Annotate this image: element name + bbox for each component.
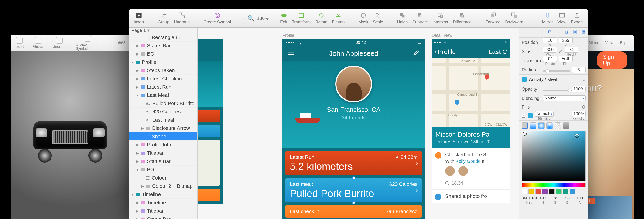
position-x-input[interactable]: 10 xyxy=(543,38,557,44)
layer-row[interactable]: Colour xyxy=(128,174,197,182)
chevron-down-icon[interactable]: ▼ xyxy=(131,193,134,196)
ungroup-button[interactable]: Ungroup xyxy=(52,37,66,49)
layer-row[interactable]: ▼BG xyxy=(128,166,197,174)
union-button[interactable]: Union xyxy=(397,12,408,24)
flip-buttons[interactable]: ⇋⇵ xyxy=(559,56,572,62)
mirror-button[interactable]: Mirror xyxy=(589,41,598,45)
layer-row[interactable]: Rectangle 88 xyxy=(128,33,197,42)
rotate-button[interactable]: Rotate xyxy=(315,12,327,24)
hue-slider[interactable] xyxy=(522,183,586,187)
layer-row[interactable]: ▶Titlebar xyxy=(128,149,197,157)
zoom-controls[interactable]: − 🔍 136% xyxy=(242,15,269,22)
mirror-button[interactable]: Mirror xyxy=(542,12,553,24)
chevron-right-icon[interactable]: ▶ xyxy=(136,52,139,56)
distribute-v-icon[interactable] xyxy=(581,30,586,36)
mask-button[interactable]: Mask xyxy=(358,12,368,24)
layer-row[interactable]: ▶Disclosure Arrow xyxy=(128,124,197,132)
chevron-right-icon[interactable]: ▶ xyxy=(136,209,139,212)
chevron-right-icon[interactable]: ▶ xyxy=(136,77,139,80)
rotate-input[interactable]: 0° xyxy=(543,56,557,62)
layer-row[interactable]: AaLast meal: xyxy=(128,116,197,124)
radius-input[interactable]: 5 xyxy=(572,67,586,73)
align-left-icon[interactable] xyxy=(521,30,526,36)
chevron-down-icon[interactable]: ▼ xyxy=(136,94,139,97)
flip-v-icon[interactable]: ⇵ xyxy=(566,56,570,61)
layer-row[interactable]: ▶Status Bar xyxy=(128,157,197,166)
subtract-button[interactable]: Subtract xyxy=(412,12,428,24)
zoom-out-icon[interactable]: − xyxy=(242,16,245,21)
group-button[interactable]: Group xyxy=(33,37,43,49)
layer-row[interactable]: ▶Status Bar xyxy=(128,42,197,50)
layer-row[interactable]: ▼Last Meal xyxy=(128,91,197,100)
align-right-icon[interactable] xyxy=(538,30,543,36)
layer-row[interactable]: ▶Colour 2 + Bitmap xyxy=(128,182,197,190)
color-chip[interactable] xyxy=(535,189,541,194)
flip-h-icon[interactable]: ⇋ xyxy=(562,56,565,61)
artboard-label[interactable]: Detail View xyxy=(432,33,452,38)
layer-row[interactable]: ▶BG xyxy=(128,50,197,58)
fill-type-linear[interactable] xyxy=(530,122,536,129)
fill-settings-icon[interactable]: ⚙ xyxy=(582,104,586,110)
radius-slider[interactable] xyxy=(543,70,570,72)
chevron-right-icon[interactable]: ▶ xyxy=(141,127,144,130)
height-input[interactable]: 74 xyxy=(564,46,578,52)
color-chip[interactable] xyxy=(563,189,568,194)
color-chip[interactable] xyxy=(549,189,555,194)
insert-button[interactable]: Insert xyxy=(134,12,144,24)
zoom-in-icon[interactable]: 🔍 xyxy=(247,15,255,22)
align-middle-icon[interactable] xyxy=(555,30,560,36)
chevron-right-icon[interactable]: ▶ xyxy=(136,201,139,204)
distribute-h-icon[interactable] xyxy=(572,30,578,36)
fill-enabled-checkbox[interactable] xyxy=(522,114,525,118)
layer-row[interactable]: Shape xyxy=(128,132,197,141)
intersect-button[interactable]: Intersect xyxy=(432,12,448,24)
blending-select[interactable]: Normal xyxy=(543,96,586,101)
fill-type-pattern[interactable] xyxy=(555,122,561,129)
layer-row[interactable]: Aa620 Calories xyxy=(128,108,197,116)
avatar[interactable] xyxy=(335,66,372,102)
a-input[interactable]: 100 xyxy=(576,196,583,200)
card-last-meal[interactable]: Last meal:620 Calories Pulled Pork Burri… xyxy=(285,178,422,202)
layer-row[interactable]: ▼Profile xyxy=(128,58,197,66)
forward-button[interactable]: Forward xyxy=(485,12,500,24)
layer-row[interactable]: ▶Latest Run xyxy=(128,83,197,91)
canvas[interactable] xyxy=(12,51,128,219)
layer-row[interactable]: ▼Timeline xyxy=(128,190,197,198)
card-last-checkin[interactable]: Last check in:San Francisco xyxy=(285,205,422,218)
card-latest-run[interactable]: Latest Run:★ 24.32m 5.2 kilometers › xyxy=(285,151,422,176)
back-button[interactable]: ‹Profile xyxy=(434,48,456,56)
hex-input[interactable]: 36CEF9 xyxy=(522,196,537,200)
layer-row[interactable]: ▶Titlebar xyxy=(128,207,197,215)
export-button[interactable]: Export xyxy=(571,12,583,24)
menu-icon[interactable] xyxy=(288,49,294,58)
fill-opacity-input[interactable]: 100% xyxy=(572,111,586,117)
fill-color-swatch[interactable] xyxy=(528,113,532,118)
create-symbol-button[interactable]: Create Symbol xyxy=(204,12,231,24)
friend-avatar[interactable] xyxy=(445,166,455,176)
opacity-slider[interactable] xyxy=(543,90,570,91)
artboard-profile[interactable]: ᯤ 09:42 ▭ John Appleseed San Francisco, … xyxy=(282,39,425,219)
fill-type-angular[interactable] xyxy=(546,122,553,129)
view-button[interactable]: View xyxy=(558,12,566,24)
backward-button[interactable]: Backward xyxy=(505,12,523,24)
chevron-right-icon[interactable]: ▶ xyxy=(136,143,139,146)
fill-type-radial[interactable] xyxy=(538,122,544,129)
layer-row[interactable]: ▶Timeline xyxy=(128,198,197,207)
layer-row[interactable]: ▶Status Bar xyxy=(128,215,197,219)
view-button[interactable]: View xyxy=(605,41,613,45)
color-chip[interactable] xyxy=(542,189,548,194)
pages-dropdown[interactable]: Page 1▾ xyxy=(128,28,197,33)
s-input[interactable]: 78 xyxy=(553,196,558,200)
opacity-input[interactable]: 100% xyxy=(572,86,586,92)
lock-aspect-icon[interactable]: ⤢ xyxy=(559,49,563,54)
fill-type-solid[interactable] xyxy=(522,122,528,129)
chevron-right-icon[interactable]: ▶ xyxy=(141,184,144,188)
difference-button[interactable]: Difference xyxy=(453,12,472,24)
chevron-right-icon[interactable]: ▶ xyxy=(136,69,139,72)
friend-avatar[interactable] xyxy=(458,166,468,176)
add-fill-icon[interactable]: ＋ xyxy=(575,104,579,110)
saturation-value-field[interactable] xyxy=(522,130,586,181)
feed-item[interactable]: Shared a photo fro xyxy=(432,190,510,203)
create-symbol-button[interactable]: Create Symbol xyxy=(76,35,100,51)
transform-button[interactable]: Transform xyxy=(292,12,310,24)
